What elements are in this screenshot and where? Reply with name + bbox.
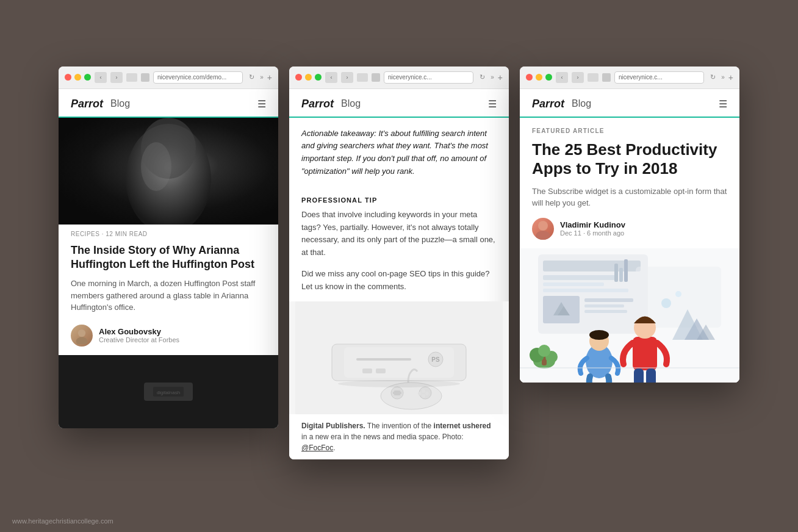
illustration-area (520, 248, 739, 383)
new-tab-button-2[interactable]: + (498, 73, 503, 82)
svg-point-48 (589, 330, 609, 340)
close-button-icon-2[interactable] (295, 74, 302, 81)
blog-logo-2: Parrot (301, 98, 334, 110)
traffic-lights-1 (65, 74, 91, 81)
featured-author-date: Dec 11 · 6 month ago (560, 229, 625, 237)
forward-button-3[interactable]: › (572, 72, 584, 83)
minimize-button-icon-2[interactable] (305, 74, 312, 81)
blog-header-1: Parrot Blog ☰ (59, 89, 278, 118)
blog-nav-3: Blog (572, 98, 591, 109)
browser-chrome-2: ‹ › niceverynice.c... ↻ » + (289, 66, 509, 89)
svg-point-24 (425, 392, 429, 395)
traffic-lights-2 (295, 74, 322, 81)
svg-point-65 (661, 298, 671, 308)
author-row-1: Alex Goubovsky Creative Director at Forb… (59, 321, 278, 355)
svg-rect-33 (543, 275, 616, 280)
back-button-3[interactable]: ‹ (556, 72, 568, 83)
svg-point-3 (141, 142, 171, 191)
minimize-button-icon-3[interactable] (536, 74, 542, 81)
more-button-3[interactable]: » (721, 74, 725, 81)
svg-rect-13 (356, 358, 411, 361)
blog-nav-1: Blog (110, 98, 130, 109)
maximize-button-icon[interactable] (84, 74, 91, 81)
browser-window-1: ‹ › niceverynice.com/demo... ↻ » + Parro… (59, 66, 278, 428)
browser-chrome-3: ‹ › niceverynice.c... ↻ » + (520, 66, 739, 89)
svg-text:PS: PS (431, 356, 440, 363)
more-button-1[interactable]: » (260, 74, 264, 81)
tab-icon-3 (588, 73, 598, 82)
maximize-button-icon-3[interactable] (545, 74, 552, 81)
blog-header-3: Parrot Blog ☰ (520, 89, 739, 118)
featured-author-avatar (532, 218, 554, 240)
article-title-1: The Inside Story of Why Arianna Huffingt… (59, 241, 278, 278)
featured-label: FEATURED ARTICLE (520, 118, 739, 138)
blockquote-text: Actionable takeaway: It's about fulfilli… (301, 128, 497, 178)
hamburger-menu-1[interactable]: ☰ (257, 98, 266, 110)
refresh-button-2[interactable]: ↻ (477, 73, 487, 82)
svg-rect-51 (633, 337, 657, 370)
svg-rect-53 (634, 368, 644, 383)
svg-rect-39 (584, 298, 633, 302)
section-heading-2: PROFESSIONAL TIP (289, 188, 509, 209)
svg-point-25 (422, 394, 425, 398)
new-tab-button-1[interactable]: + (267, 73, 272, 82)
more-button-2[interactable]: » (491, 74, 494, 81)
tab-icon (126, 73, 137, 82)
svg-rect-67 (520, 367, 739, 368)
svg-point-5 (76, 337, 88, 344)
svg-rect-35 (543, 289, 628, 292)
blog-logo-1: Parrot (71, 98, 103, 110)
blog-content-2: Parrot Blog ☰ Actionable takeaway: It's … (289, 89, 509, 460)
featured-excerpt: The Subscribe widget is a customizable o… (520, 185, 739, 218)
back-button[interactable]: ‹ (95, 72, 107, 83)
close-button-icon[interactable] (65, 74, 71, 81)
grid-icon-2 (372, 73, 380, 82)
blog-content-3: Parrot Blog ☰ FEATURED ARTICLE The 25 Be… (520, 89, 739, 383)
hamburger-menu-2[interactable]: ☰ (488, 98, 497, 110)
new-tab-button-3[interactable]: + (728, 73, 733, 82)
body-text-1: Does that involve including keywords in … (289, 209, 509, 268)
featured-author-info: Vladimir Kudinov Dec 11 · 6 month ago (560, 220, 625, 237)
article-excerpt-1: One morning in March, a dozen Huffington… (59, 278, 278, 321)
minimize-button-icon[interactable] (74, 74, 81, 81)
svg-rect-54 (646, 368, 656, 383)
forward-button-2[interactable]: › (341, 72, 353, 83)
second-image-1: digitalnash (59, 355, 278, 428)
article-meta-1: RECIPES · 12 MIN READ (59, 225, 278, 241)
browser-chrome-1: ‹ › niceverynice.com/demo... ↻ » + (59, 66, 278, 89)
svg-point-66 (675, 291, 681, 297)
tab-icon-2 (357, 73, 368, 82)
blog-header-2: Parrot Blog ☰ (289, 89, 509, 118)
traffic-lights-3 (526, 74, 552, 81)
svg-point-27 (338, 380, 460, 387)
hamburger-menu-3[interactable]: ☰ (719, 98, 727, 110)
svg-point-23 (422, 389, 425, 393)
back-button-2[interactable]: ‹ (325, 72, 337, 83)
svg-point-28 (538, 221, 548, 231)
maximize-button-icon-2[interactable] (315, 74, 322, 81)
svg-rect-34 (543, 282, 604, 286)
svg-point-4 (78, 329, 85, 337)
svg-rect-40 (584, 304, 624, 307)
browser-window-2: ‹ › niceverynice.c... ↻ » + Parrot Blog … (289, 66, 509, 460)
svg-point-29 (536, 231, 550, 240)
forward-button[interactable]: › (110, 72, 123, 83)
svg-rect-43 (619, 268, 623, 282)
browser-window-3: ‹ › niceverynice.c... ↻ » + Parrot Blog … (520, 66, 739, 383)
grid-icon (141, 73, 149, 82)
address-bar-1[interactable]: niceverynice.com/demo... (153, 71, 243, 84)
svg-text:digitalnash: digitalnash (157, 390, 180, 395)
refresh-button-1[interactable]: ↻ (246, 73, 256, 82)
author-name-1: Alex Goubovsky (99, 327, 179, 336)
featured-author-row: Vladimir Kudinov Dec 11 · 6 month ago (520, 218, 739, 248)
browsers-container: ‹ › niceverynice.com/demo... ↻ » + Parro… (46, 54, 752, 472)
author-avatar-1 (71, 325, 93, 347)
address-bar-3[interactable]: niceverynice.c... (614, 71, 704, 84)
refresh-button-3[interactable]: ↻ (708, 73, 717, 82)
svg-rect-44 (624, 259, 628, 282)
product-image-2: PS (289, 301, 509, 414)
address-bar-2[interactable]: niceverynice.c... (384, 71, 473, 84)
svg-rect-16 (362, 368, 372, 373)
svg-rect-17 (376, 368, 386, 373)
close-button-icon-3[interactable] (526, 74, 533, 81)
